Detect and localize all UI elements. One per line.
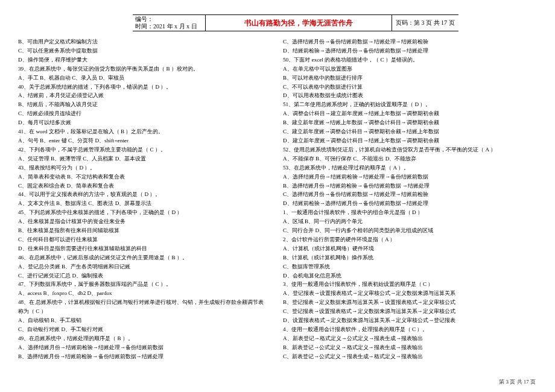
text-line: A、在单元格中可以放置图形: [283, 65, 537, 74]
text-line: C、同行合并 D、同一行内多个相邻的同类型的单元组成的区域: [283, 226, 537, 235]
doc-id-label: 编号：: [135, 16, 205, 24]
doc-time-label: 时间：2021 年 x 月 x 日: [135, 23, 205, 31]
text-line: D、结账前检验→选择结账月份→备份结账前数据→结账处理: [283, 199, 537, 208]
text-line: C、自动银行对账 D、手工银行对账: [18, 325, 272, 334]
text-line: B、可由用户定义格式和编制方法: [18, 37, 272, 46]
text-line: A、access B、foxpro C、db2 D、pardox: [18, 289, 272, 298]
text-line: C、可以任意账务系统中提取数据: [18, 46, 272, 55]
text-line: B、选择结账月份→结账前检验→备份结账前数据 →结账处理: [283, 182, 537, 191]
text-line: 42、下列各项中，不属于总账管理系统主要功能的是（ C ）。: [18, 145, 272, 154]
page-footer: 第 3 页 共 17 页: [499, 378, 536, 386]
text-line: A、新表登记→格式定义→公式定义→报表生成→报表输出: [283, 334, 537, 343]
text-line: B、计算机（或计算机网络）操作系统: [283, 253, 537, 262]
text-line: C、选择结账月份→备份结账前数据→结账处理→结账前检验: [283, 190, 537, 199]
text-line: 4、使用一般通用会计报表软件，处理报表的顺序是（ C ）。: [283, 325, 537, 334]
text-line: 称为（ C ）: [18, 307, 272, 316]
text-line: A、凭证管理 B、账薄管理 C、人员档案 D、基本设置: [18, 154, 272, 163]
text-line: 50、下面对 excel 的表格功能描述中，（ C ）是错误的。: [283, 55, 537, 65]
left-column: B、可由用户定义格式和编制方法C、可以任意账务系统中提取数据D、操作简便，程序维…: [18, 37, 272, 361]
text-line: D、可以用表格数据生成统计图表: [283, 91, 537, 100]
text-line: 39、在总账系统中，每张凭证的借贷方数据的平衡关系是由（ B ）校对的。: [18, 65, 272, 74]
text-line: C、固定表和综合表 D、简单表和复合表: [18, 182, 272, 191]
text-line: A、不能保存 B、可强行保存 C、不能退出 D、不能放弃: [283, 154, 537, 163]
text-line: 40、关于总账系统结账的描述，下列各项中，错误的是（ D ）。: [18, 83, 272, 92]
text-line: C、选择结账月份→备份结账前数据→结账处理→结账前检验: [283, 37, 537, 46]
text-line: D、结账前检验→选择结账月份→备份结账前数据→结账处理: [283, 46, 537, 55]
text-line: D、往来科目是指所需要进行往来核算辅助核算的科目: [18, 244, 272, 253]
text-line: 43、报表按结构可分为（ D ）。: [18, 163, 272, 172]
text-line: A、选择结账月份→结账前检验→结账处理→备份结账前数据: [18, 343, 272, 352]
text-line: 49、在总账系统中，结账处理的顺序是（ B ）。: [18, 334, 272, 343]
text-line: 45、下列总账系统中往来核算的描述，下列各项中，正确的是（ D ）: [18, 208, 272, 217]
text-line: 47、下列数据库系统中，属于服务器数据库端的产品是（ C ）。: [18, 280, 272, 289]
text-line: A、登记总分类账 B、产生各类明细账和日记账: [18, 262, 272, 271]
document-page: 编号： 时间：2021 年 x 月 x 日 书山有路勤为径，学海无涯苦作舟 页码…: [0, 0, 555, 392]
text-line: C、登记报表→设置报表格式→定义数据来源与运算关系→定义审核公式: [283, 307, 537, 316]
header-page-label: 页码：第 3 页 共 17 页: [392, 19, 458, 27]
text-line: 2、会计软件运行所需要的硬件环境是指（ A ）: [283, 235, 537, 244]
text-line: A、简单表和变动表 B、不定结构表和复合表: [18, 172, 272, 182]
text-line: B、可以对表格中的数据进行排序: [283, 74, 537, 83]
text-line: 41、在 word 文档中，段落标记是在输入（ B ）之后产生的。: [18, 127, 272, 136]
text-line: D、设置报表格式→定义数据来源与运算关系→定义审核公式→登记报表: [283, 316, 537, 325]
text-line: 3、使用一般通用会计报表软件，报表初始设置的顺序是（ C ）: [283, 280, 537, 289]
text-line: A、手工 B、机器自动 C、录入员 D、审核员: [18, 74, 272, 83]
text-line: A、结账前，本月凭证必须登记入账: [18, 91, 272, 100]
page-header: 编号： 时间：2021 年 x 月 x 日 书山有路勤为径，学海无涯苦作舟 页码…: [133, 14, 458, 31]
text-line: A、登记报表→设置报表格式→定义审核公式→定义数据来源与运算关系: [283, 289, 537, 298]
text-line: C、进行记账凭证汇总 D、编制报表: [18, 271, 272, 280]
header-row: 编号： 时间：2021 年 x 月 x 日 书山有路勤为径，学海无涯苦作舟 页码…: [133, 15, 458, 31]
text-line: B、登记报表→定义数据来源与运算关系→设置报表格式→定义审核公式: [283, 298, 537, 307]
text-line: 1、一般通用会计报表软件，报表中的组合单元是指（ D ）: [283, 208, 537, 217]
text-line: A、句号 B、enter 键 C、分页符 D、shift+enter: [18, 136, 272, 145]
text-line: D、会机电算化信息系统: [283, 271, 537, 280]
text-line: B、新表登记→公式定义→格式定义→报表生成→报表输出: [283, 343, 537, 352]
content-columns: B、可由用户定义格式和编制方法C、可以任意账务系统中提取数据D、操作简便，程序维…: [18, 37, 537, 361]
text-line: D、操作简便，程序维护量大: [18, 55, 272, 65]
text-line: C、数据库管理系统: [283, 262, 537, 271]
text-line: B、建立新年度账→结账上年数据→调整会计科目→调整期初余额: [283, 118, 537, 127]
text-line: A、选择结账月份→结账前检验→结账处理→备份结账前数据: [283, 172, 537, 182]
text-line: A、区域 B、同一行内的两个单元: [283, 217, 537, 226]
text-line: C、任何科目都可以进行往来核算: [18, 235, 272, 244]
text-line: 52、使用总账系统填制凭证后，计算机自动检查借贷双方是否平衡，不平衡的凭证（ A…: [283, 145, 537, 154]
text-line: D、建立新年度账→调整会计科目→结账上年数据→调整期初余额: [283, 136, 537, 145]
text-line: C、建立新年度账→调整会计科目→调整期初余额→结账上年数据: [283, 127, 537, 136]
text-line: B、结账后，不能再输入该月凭证: [18, 100, 272, 109]
text-line: D、每月可以结多次账: [18, 118, 272, 127]
text-line: 46、在总账系统中，记账后形成的记账凭证文件的主要用途是（ B ）。: [18, 253, 272, 262]
text-line: 44、可以用于定义报表表样的方法中，较直观的是（ D ）。: [18, 190, 272, 199]
text-line: 51、第二年使用总账系统时，正确的初始设置顺序是（ D ）。: [283, 100, 537, 109]
text-line: 48、在 总账系统中，计算机根据银行日记账与银行对账单进行核对、勾销，并生成银行…: [18, 298, 272, 307]
text-line: A、文本文件法 B、数据库法 C、图表法 D、屏幕显示法: [18, 199, 272, 208]
header-motto: 书山有路勤为径，学海无涯苦作舟: [205, 15, 392, 31]
text-line: B、往来核算是指所有往来科目间辅助核算: [18, 226, 272, 235]
text-line: A、调整会计科目→建立新年度账→结账上年数据→调整期初余额: [283, 109, 537, 118]
header-left-block: 编号： 时间：2021 年 x 月 x 日: [133, 16, 205, 31]
text-line: B、选择结账月份→结账前检验→备份结账前数据→结账处理: [18, 352, 272, 361]
text-line: A、自动核销 B、手工核销: [18, 316, 272, 325]
text-line: C、新表登记→公式定义→报表生成→格式定义→报表输出: [283, 352, 537, 361]
text-line: C、不可以表格中的数据进行计算: [283, 83, 537, 92]
right-column: C、选择结账月份→备份结账前数据→结账处理→结账前检验D、结账前检验→选择结账月…: [283, 37, 537, 361]
text-line: 53、在总账系统中，结账处理过程的顺序是（ A ）。: [283, 163, 537, 172]
text-line: C、结账必须按月连续进行: [18, 109, 272, 118]
text-line: A、计算机（或计算机网络）硬件环境: [283, 244, 537, 253]
text-line: A、往来核算是指会计核算中的资金往来业务: [18, 217, 272, 226]
